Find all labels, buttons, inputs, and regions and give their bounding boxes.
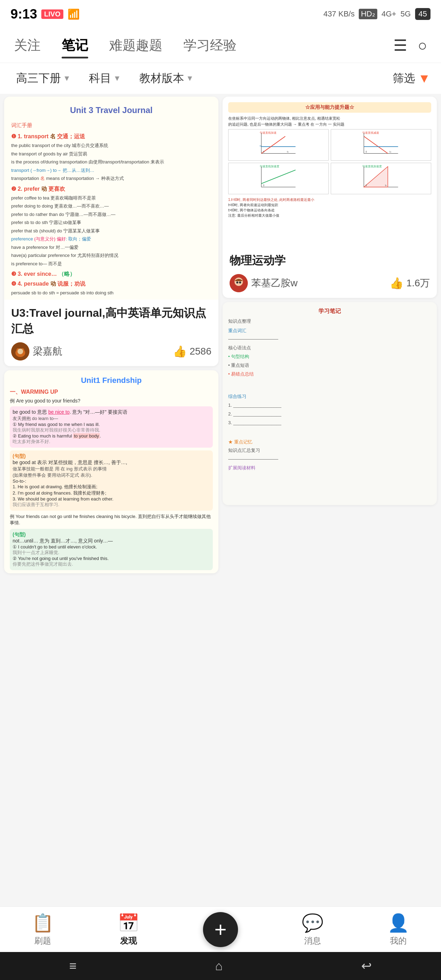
card-plain-notes[interactable]: 学习笔记 知识点整理 重点词汇 ——————————— 核心语法点 • 句型结构…	[223, 302, 437, 505]
card1-note-title: Unit 3 Travel Journal	[11, 103, 212, 117]
card1-meta: 梁嘉航 👍 2586	[11, 342, 212, 361]
battery-indicator: 45	[415, 8, 430, 20]
edition-label: 教材版本	[139, 71, 184, 86]
grade-filter[interactable]: 高三下册 ▼	[11, 67, 76, 90]
card2-author-name: 苯基乙胺w	[251, 277, 298, 290]
nav-flashcards[interactable]: 📋 刷题	[32, 913, 54, 947]
filter-right[interactable]: 筛选 ▼	[393, 71, 430, 86]
system-home-icon[interactable]: ⌂	[215, 959, 223, 974]
card3-image: Unit1 Friendship 一、WARMING UP 例 Are you …	[4, 370, 218, 573]
card2-like-count: 1.6万	[406, 277, 430, 290]
tab-hard-problems[interactable]: 难题趣题	[109, 33, 162, 58]
bottom-nav: 📋 刷题 📅 发现 + 💬 消息 👤 我的	[0, 907, 441, 952]
messages-icon: 💬	[302, 913, 323, 933]
nav-tabs: 关注 笔记 难题趣题 学习经验 ☰ ○	[0, 28, 441, 63]
graph2: 匀速直线减速 0 t₀	[331, 129, 431, 161]
nav-profile[interactable]: 👤 我的	[387, 913, 409, 947]
hd-badge: HD₂	[359, 9, 377, 19]
menu-icon[interactable]: ☰	[393, 37, 407, 54]
nav-messages[interactable]: 💬 消息	[302, 913, 323, 947]
filter-bar: 高三下册 ▼ 科目 ▼ 教材版本 ▼ 筛选 ▼	[0, 63, 441, 94]
svg-marker-28	[364, 167, 388, 187]
grade-arrow: ▼	[63, 74, 71, 83]
card2-header: ☆应用与能力提升题☆	[228, 102, 431, 113]
signal-icon: 📶	[68, 8, 80, 20]
svg-text:0: 0	[366, 184, 367, 186]
nav-discover[interactable]: 📅 发现	[118, 913, 139, 947]
edition-filter[interactable]: 教材版本 ▼	[134, 67, 199, 90]
card2-likes: 👍 1.6万	[390, 277, 430, 290]
svg-text:v₀: v₀	[260, 145, 262, 147]
system-back-icon[interactable]: ↩	[361, 959, 372, 974]
svg-text:匀速直线减速: 匀速直线减速	[362, 131, 379, 134]
card2-graphs: 匀速直线加速 0 t₀ v₀ 匀速直线减速	[228, 129, 431, 194]
graph4: 匀速直线加速度 0 t₀	[331, 163, 431, 194]
search-icon[interactable]: ○	[417, 37, 427, 54]
card1-like-count: 2586	[190, 346, 212, 357]
edition-arrow: ▼	[186, 74, 194, 83]
flashcards-icon: 📋	[32, 913, 54, 933]
messages-label: 消息	[304, 935, 321, 947]
card3-note-content: Unit1 Friendship 一、WARMING UP 例 Are you …	[4, 370, 218, 573]
card2-meta: 苯基乙胺w 👍 1.6万	[229, 274, 430, 292]
card1-note-subtitle: 词汇手册	[11, 121, 212, 129]
status-right: 437 KB/s HD₂ 4G+ 5G 45	[323, 8, 430, 20]
card4-image: 学习笔记 知识点整理 重点词汇 ——————————— 核心语法点 • 句型结构…	[223, 302, 437, 505]
like-icon-2: 👍	[390, 277, 404, 290]
flashcards-label: 刷题	[34, 935, 51, 947]
filter-label: 筛选	[393, 71, 415, 86]
card2-image: ☆应用与能力提升题☆ 在坐标系中沿同一方向运动的两物体, 相比注意友点, 相遇结…	[223, 97, 437, 247]
svg-point-34	[239, 282, 241, 283]
svg-text:t₀: t₀	[385, 184, 387, 186]
card3-note-title: Unit1 Friendship	[10, 376, 213, 385]
svg-line-16	[364, 137, 388, 154]
tab-study-experience[interactable]: 学习经验	[183, 33, 237, 58]
svg-line-23	[261, 170, 296, 184]
card1-note-content: Unit 3 Travel Journal 词汇手册 ❶ 1. transpor…	[4, 97, 218, 300]
right-column: ☆应用与能力提升题☆ 在坐标系中沿同一方向运动的两物体, 相比注意友点, 相遇结…	[223, 97, 437, 573]
svg-text:0: 0	[263, 184, 264, 186]
card-travel-journal[interactable]: Unit 3 Travel Journal 词汇手册 ❶ 1. transpor…	[4, 97, 218, 366]
tab-notes[interactable]: 笔记	[62, 33, 88, 58]
graph3: 匀速直线加速度 0	[228, 163, 329, 194]
svg-text:匀速直线加速度: 匀速直线加速度	[362, 165, 382, 168]
card2-title: 物理运动学	[229, 253, 430, 269]
subject-filter[interactable]: 科目 ▼	[83, 67, 127, 90]
discover-label: 发现	[120, 935, 137, 947]
card2-notes-text: 1.t=t0时, 两者同时到达最快之处, 此时两者路程最近最小 t<t0时, 两…	[228, 197, 431, 218]
card-physics[interactable]: ☆应用与能力提升题☆ 在坐标系中沿同一方向运动的两物体, 相比注意友点, 相遇结…	[223, 97, 437, 298]
card1-section1: ❶ 1. transport 名 交通；运送 the public transp…	[11, 132, 212, 182]
status-bar: 9:13 LIVO 📶 437 KB/s HD₂ 4G+ 5G 45	[0, 0, 441, 28]
card1-image: Unit 3 Travel Journal 词汇手册 ❶ 1. transpor…	[4, 97, 218, 300]
card-friendship[interactable]: Unit1 Friendship 一、WARMING UP 例 Are you …	[4, 370, 218, 573]
card3-sentence-example: 例 Your friends can not go until he finis…	[10, 514, 213, 526]
4g-signal: 4G+	[382, 10, 396, 19]
svg-point-33	[236, 282, 238, 283]
svg-text:t₀: t₀	[390, 151, 391, 153]
discover-icon: 📅	[118, 913, 139, 933]
card3-highlight-box2: (句型) be good at 表示 对某些技能，意思是 擅长…, 善于…, 做…	[10, 450, 213, 511]
like-icon-1: 👍	[173, 345, 187, 358]
system-menu-icon[interactable]: ≡	[69, 959, 76, 974]
card1-avatar	[11, 342, 29, 361]
card2-author: 苯基乙胺w	[229, 274, 298, 292]
svg-point-32	[234, 278, 243, 286]
subject-label: 科目	[89, 71, 111, 86]
5g-signal: 5G	[400, 10, 411, 19]
svg-text:0: 0	[366, 151, 367, 153]
livo-badge: LIVO	[41, 10, 63, 19]
funnel-icon: ▼	[418, 71, 430, 86]
svg-text:匀速直线加速度: 匀速直线加速度	[260, 165, 279, 168]
card1-section3: ❸ 3. ever since… （略） ❹ 4. persuade 动 说服；…	[11, 270, 212, 300]
card2-problem-text: 在坐标系中沿同一方向运动的两物体, 相比注意友点, 相遇结束宽松 的追赶问题, …	[228, 116, 431, 127]
tab-follow[interactable]: 关注	[14, 33, 41, 58]
graph1: 匀速直线加速 0 t₀ v₀	[228, 129, 329, 161]
card1-section2: ❷ 2. prefer 动 更喜欢 prefer coffee to tea 更…	[11, 185, 212, 267]
svg-text:0: 0	[263, 151, 264, 153]
svg-line-9	[261, 137, 285, 154]
fab-add-button[interactable]: +	[203, 912, 238, 947]
left-column: Unit 3 Travel Journal 词汇手册 ❶ 1. transpor…	[4, 97, 218, 573]
card1-author: 梁嘉航	[11, 342, 62, 361]
card3-highlight-box3: (句型) not…until… 意为 直到…才…, 意义同 only…— ① I…	[10, 529, 213, 570]
grade-label: 高三下册	[16, 71, 61, 86]
